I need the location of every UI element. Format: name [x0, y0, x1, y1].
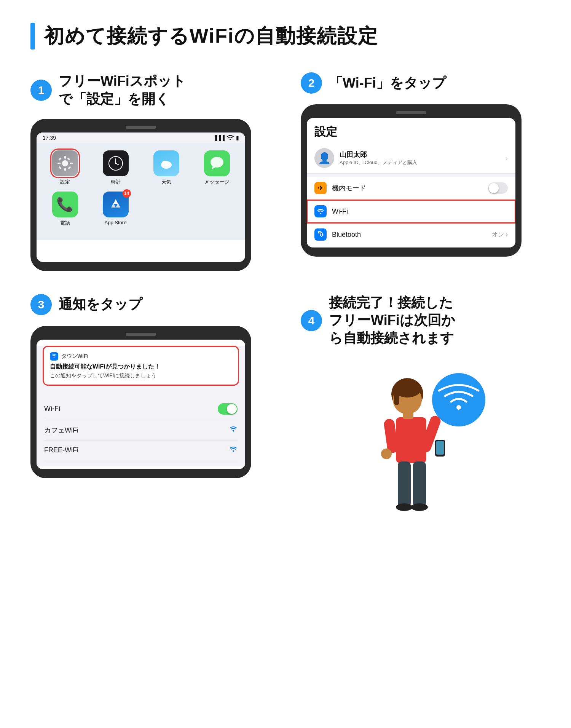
- step-1: 1 フリーWiFiスポット で「設定」を開く 17:39 ▐▐▐: [30, 72, 270, 271]
- profile-info: 山田太郎 Apple ID、iCloud、メディアと購入: [340, 150, 417, 166]
- step-4-header: 4 接続完了！接続した フリーWiFiは次回か ら自動接続されます: [301, 294, 541, 347]
- wifi-row-icon: [314, 205, 327, 217]
- notif-app-name: タウンWiFi: [61, 353, 88, 360]
- phone-app-icon: 📞: [52, 192, 78, 217]
- svg-rect-4: [70, 163, 73, 164]
- app-phone[interactable]: 📞 電話: [43, 192, 87, 227]
- signal-icon: ▐▐▐: [213, 135, 225, 141]
- appstore-app-label: App Store: [105, 220, 127, 225]
- phone-mockup-3: タウンWiFi 自動接続可能なWiFiが見つかりました！ この通知をタップしてW…: [30, 326, 251, 478]
- notif-title: 自動接続可能なWiFiが見つかりました！: [50, 363, 232, 371]
- app-clock[interactable]: 時計: [93, 150, 138, 185]
- svg-rect-5: [58, 157, 61, 160]
- step-2-header: 2 「Wi-Fi」をタップ: [301, 72, 541, 94]
- svg-point-16: [165, 162, 171, 166]
- phone-app-label: 電話: [60, 220, 70, 227]
- wifi-toggle-row: Wi-Fi: [44, 398, 238, 420]
- app-weather[interactable]: 天気: [144, 150, 188, 185]
- wifi-signal-2: [229, 446, 238, 455]
- svg-rect-8: [58, 166, 61, 169]
- wifi-row-2[interactable]: FREE-WiFi: [44, 441, 238, 460]
- wifi-row-label: Wi-Fi: [332, 208, 508, 216]
- wifi-row-1[interactable]: カフェWiFi: [44, 420, 238, 441]
- svg-rect-24: [396, 417, 426, 463]
- svg-rect-32: [413, 461, 426, 507]
- step-4: 4 接続完了！接続した フリーWiFiは次回か ら自動接続されます: [301, 294, 541, 518]
- svg-point-33: [396, 503, 413, 511]
- app-settings[interactable]: 設定: [43, 150, 87, 185]
- settings-app-icon: [52, 150, 78, 176]
- svg-rect-29: [436, 441, 444, 455]
- profile-chevron: ›: [505, 154, 508, 163]
- step-2-label: 「Wi-Fi」をタップ: [329, 74, 446, 92]
- header-accent: [30, 23, 35, 49]
- bluetooth-icon: ⮷: [314, 228, 327, 241]
- step-3: 3 通知をタップ: [30, 294, 270, 518]
- notif-header: タウンWiFi: [50, 352, 232, 361]
- svg-point-34: [411, 503, 428, 511]
- svg-rect-2: [64, 168, 66, 171]
- notif-app-icon: [50, 352, 58, 361]
- steps-grid: 1 フリーWiFiスポット で「設定」を開く 17:39 ▐▐▐: [30, 72, 541, 518]
- phone-mockup-2: 設定 👤 山田太郎 Apple ID、iCloud、メディアと購入 › ✈: [301, 104, 522, 257]
- wifi-signal-1: [229, 426, 238, 434]
- step-3-label: 通知をタップ: [59, 295, 142, 313]
- settings-screen-title: 設定: [307, 118, 515, 143]
- notification-screen: タウンWiFi 自動接続可能なWiFiが見つかりました！ この通知をタップしてW…: [37, 346, 245, 466]
- svg-rect-3: [57, 163, 61, 164]
- weather-app-icon: [153, 150, 179, 176]
- appstore-badge: 14: [123, 189, 131, 198]
- step-2: 2 「Wi-Fi」をタップ 設定 👤 山田太郎 Apple ID、iCloud、…: [301, 72, 541, 271]
- phone-screen-3: タウンWiFi 自動接続可能なWiFiが見つかりました！ この通知をタップしてW…: [37, 340, 245, 469]
- wifi-row-2-label: FREE-WiFi: [44, 446, 78, 454]
- svg-rect-7: [67, 157, 70, 160]
- wifi-toggle-label: Wi-Fi: [44, 405, 60, 413]
- svg-rect-1: [64, 156, 66, 159]
- airplane-toggle[interactable]: [488, 182, 508, 194]
- svg-point-27: [381, 449, 392, 459]
- clock-app-label: 時計: [111, 179, 121, 185]
- settings-section: [307, 174, 515, 177]
- svg-rect-23: [394, 391, 399, 405]
- step-4-label: 接続完了！接続した フリーWiFiは次回か ら自動接続されます: [329, 294, 455, 347]
- step4-illustration: [301, 358, 541, 518]
- wifi-row-1-label: カフェWiFi: [44, 426, 78, 435]
- settings-app-label: 設定: [60, 179, 70, 185]
- settings-row-bluetooth[interactable]: ⮷ Bluetooth オン ›: [307, 223, 515, 246]
- notif-body: この通知をタップしてWiFiに接続しましょう: [50, 372, 232, 379]
- phone-notch-1: [126, 126, 156, 129]
- wifi-list-screen: Wi-Fi カフェWiFi FREE-WiF: [37, 392, 245, 466]
- svg-rect-6: [68, 166, 71, 169]
- svg-point-17: [211, 157, 223, 168]
- clock-app-icon: [103, 150, 129, 176]
- profile-name: 山田太郎: [340, 150, 417, 159]
- page-header: 初めて接続するWiFiの自動接続設定: [30, 23, 541, 49]
- settings-row-wifi[interactable]: Wi-Fi: [307, 200, 515, 223]
- app-messages[interactable]: メッセージ: [195, 150, 239, 185]
- settings-profile-row[interactable]: 👤 山田太郎 Apple ID、iCloud、メディアと購入 ›: [307, 143, 515, 174]
- airplane-icon: ✈: [314, 182, 327, 194]
- appstore-app-icon: 14: [103, 192, 129, 217]
- step-3-number: 3: [30, 294, 52, 315]
- step-2-number: 2: [301, 72, 322, 94]
- notch-bar-2: [307, 111, 515, 114]
- weather-app-label: 天気: [161, 179, 171, 185]
- notch-bar-1: [37, 126, 245, 129]
- notification-card[interactable]: タウンWiFi 自動接続可能なWiFiが見つかりました！ この通知をタップしてW…: [43, 346, 239, 386]
- step-1-header: 1 フリーWiFiスポット で「設定」を開く: [30, 72, 270, 108]
- notch-bar-3: [37, 333, 245, 336]
- svg-rect-31: [398, 461, 411, 507]
- app-grid: 設定: [43, 150, 239, 227]
- page-title: 初めて接続するWiFiの自動接続設定: [44, 23, 378, 49]
- settings-row-airplane[interactable]: ✈ 機内モード: [307, 177, 515, 200]
- bluetooth-value: オン ›: [492, 231, 508, 239]
- ios-home-screen: 設定: [37, 143, 245, 240]
- app-appstore[interactable]: 14 App Store: [93, 192, 138, 227]
- svg-point-36: [456, 405, 461, 410]
- profile-left: 👤 山田太郎 Apple ID、iCloud、メディアと購入: [314, 148, 417, 168]
- wifi-toggle-on[interactable]: [218, 403, 238, 415]
- svg-point-13: [115, 163, 116, 164]
- phone-screen-1: 17:39 ▐▐▐ ▮: [37, 133, 245, 262]
- phone-mockup-1: 17:39 ▐▐▐ ▮: [30, 119, 251, 271]
- ios-status-bar-1: 17:39 ▐▐▐ ▮: [37, 133, 245, 143]
